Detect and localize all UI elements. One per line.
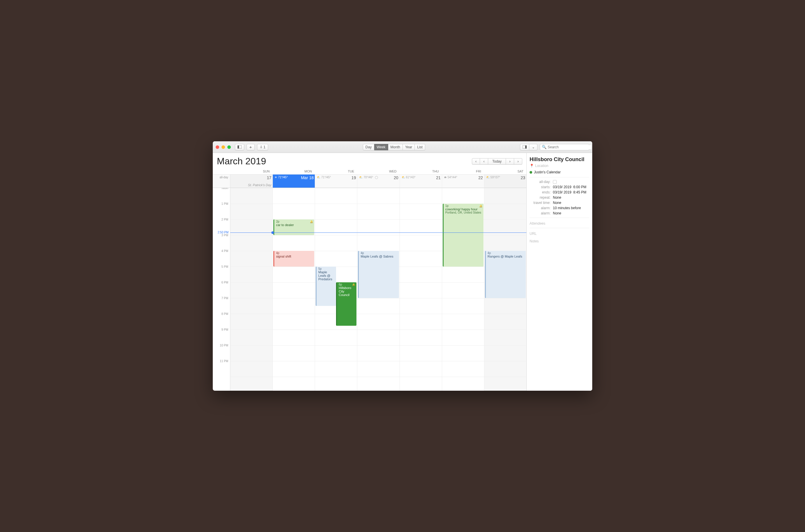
view-week[interactable]: Week — [374, 144, 388, 150]
search-field[interactable]: 🔍 — [540, 144, 589, 150]
view-year[interactable]: Year — [403, 144, 415, 150]
chevron-down-icon: ⌄ — [532, 145, 535, 149]
allday-cell[interactable]: ⛅ 59°/37°23 — [484, 174, 526, 188]
day-number: 23 — [521, 175, 525, 180]
weekday-header: MON — [273, 170, 315, 173]
inbox-count: 1 — [263, 145, 265, 149]
now-dot — [272, 231, 274, 234]
prev-day-button[interactable]: ‹ — [480, 158, 488, 165]
allday-cell[interactable]: ☀ 71°/45°Mar 18 — [273, 174, 315, 188]
close-window-button[interactable] — [216, 145, 219, 149]
day-column[interactable] — [399, 188, 442, 391]
day-column[interactable]: 4pRangers @ Maple Leafs — [484, 188, 526, 391]
weekday-header: THU — [399, 170, 442, 173]
inspector-dropdown-button[interactable]: ⌄ — [529, 144, 538, 150]
hour-label: 10 PM — [213, 343, 230, 359]
view-list[interactable]: List — [415, 144, 425, 150]
day-number: 19 — [352, 175, 356, 180]
row-ends[interactable]: ends: 03/19/ 2019 8:45 PM — [529, 190, 589, 194]
window-traffic-lights — [216, 145, 231, 149]
allday-cell[interactable]: ⛅ 71°/45°19 — [315, 174, 357, 188]
inspector-title[interactable]: Hillsboro City Council — [529, 156, 589, 163]
next-week-button[interactable]: › — [514, 158, 522, 165]
hour-label: 9 PM — [213, 328, 230, 343]
date-navigator: ‹ ‹ Today › › — [472, 158, 522, 165]
new-event-button[interactable]: + — [247, 144, 255, 150]
weather-icon: 🌧 54°/44° — [444, 176, 457, 179]
event[interactable]: 5pMaple Leafs @ Predators — [316, 267, 336, 306]
weekday-header: FRI — [442, 170, 484, 173]
allday-cell[interactable]: ⛅ 70°/46° ◯20 — [357, 174, 399, 188]
day-column[interactable]: 2pcar to dealer🔔4psignal shift — [273, 188, 315, 391]
event[interactable]: 4pRangers @ Maple Leafs — [485, 251, 526, 298]
week-grid[interactable]: noon1 PM2 PM3 PM4 PM5 PM6 PM7 PM8 PM9 PM… — [213, 188, 526, 391]
weekday-header: TUE — [315, 170, 357, 173]
weather-icon: ☀ 71°/45° — [275, 176, 288, 179]
allday-label: all-day — [213, 174, 230, 188]
allday-cell[interactable]: ⛅ 61°/43°21 — [399, 174, 442, 188]
row-travel-time[interactable]: travel time: None — [529, 201, 589, 205]
svg-rect-1 — [238, 145, 239, 149]
day-column[interactable]: 4pMaple Leafs @ Sabres — [357, 188, 399, 391]
event[interactable]: 1pcoworking/ happy hourPortland, OR, Uni… — [443, 204, 484, 267]
event-selected[interactable]: 6pHillsboro City Council🔔 — [336, 282, 356, 326]
attendees-field[interactable]: Attendees — [529, 222, 589, 226]
day-number: Mar 18 — [301, 175, 314, 180]
hour-label: 7 PM — [213, 296, 230, 312]
calendar-header: March 2019 ‹ ‹ Today › › — [213, 153, 526, 168]
weekday-header-row: SUNMONTUEWEDTHUFRISAT — [213, 168, 526, 174]
allday-cell[interactable]: 17St. Patrick's Day — [230, 174, 273, 188]
today-button[interactable]: Today — [488, 158, 506, 165]
prev-week-button[interactable]: ‹ — [472, 158, 480, 165]
row-starts[interactable]: starts: 03/19/ 2019 6:00 PM — [529, 185, 589, 189]
weekday-header: WED — [357, 170, 399, 173]
hour-label: noon — [213, 188, 230, 202]
event-inspector: Hillsboro City Council 📍 Location Justin… — [526, 153, 592, 391]
day-number: 17 — [267, 175, 272, 180]
row-alarm-2[interactable]: alarm: None — [529, 211, 589, 215]
hour-label: 8 PM — [213, 312, 230, 328]
day-number: 22 — [478, 175, 483, 180]
row-allday: all-day: — [529, 180, 589, 184]
allday-cell[interactable]: 🌧 54°/44°22 — [442, 174, 484, 188]
allday-row: all-day 17St. Patrick's Day☀ 71°/45°Mar … — [213, 174, 526, 188]
row-alarm-1[interactable]: alarm: 10 minutes before — [529, 206, 589, 210]
event[interactable]: 4pMaple Leafs @ Sabres — [358, 251, 399, 298]
day-column[interactable]: 1pcoworking/ happy hourPortland, OR, Uni… — [442, 188, 484, 391]
hour-label: 5 PM — [213, 265, 230, 281]
hour-gutter: noon1 PM2 PM3 PM4 PM5 PM6 PM7 PM8 PM9 PM… — [213, 188, 230, 391]
toggle-sidebar-button[interactable] — [235, 144, 244, 150]
day-number: 21 — [436, 175, 441, 180]
inspector-toggle-group: ⌄ — [520, 144, 538, 150]
bell-icon: 🔔 — [479, 205, 482, 207]
weather-icon: ⛅ 59°/37° — [486, 176, 500, 179]
inbox-button[interactable]: ⇩ 1 — [257, 144, 268, 150]
minimize-window-button[interactable] — [222, 145, 225, 149]
holiday-label: St. Patrick's Day — [248, 183, 272, 187]
url-field[interactable]: URL — [529, 232, 589, 236]
calendar-pane: March 2019 ‹ ‹ Today › › SUNMONTUEWEDTHU… — [213, 153, 526, 391]
day-column[interactable]: 5pMaple Leafs @ Predators6pHillsboro Cit… — [315, 188, 357, 391]
inspector-location[interactable]: 📍 Location — [529, 164, 589, 168]
hour-label: 4 PM — [213, 249, 230, 265]
notes-field[interactable]: Notes — [529, 239, 589, 243]
hour-label: 6 PM — [213, 281, 230, 296]
weekday-header: SAT — [484, 170, 526, 173]
view-switcher: DayWeekMonthYearList — [363, 144, 425, 150]
next-day-button[interactable]: › — [506, 158, 514, 165]
hour-label: 3 PM — [213, 233, 230, 249]
view-day[interactable]: Day — [363, 144, 374, 150]
day-number: 20 — [394, 175, 398, 180]
zoom-window-button[interactable] — [227, 145, 231, 149]
hour-label: 1 PM — [213, 202, 230, 217]
search-icon: 🔍 — [542, 145, 546, 149]
event[interactable]: 4psignal shift — [274, 251, 314, 267]
inspector-calendar[interactable]: Justin's Calendar — [529, 170, 589, 174]
inspector-toggle-button[interactable] — [520, 144, 529, 150]
search-input[interactable] — [548, 145, 592, 149]
view-month[interactable]: Month — [388, 144, 403, 150]
titlebar: + ⇩ 1 DayWeekMonthYearList ⌄ 🔍 — [213, 141, 592, 153]
allday-checkbox[interactable] — [553, 180, 557, 184]
row-repeat[interactable]: repeat: None — [529, 195, 589, 200]
day-column[interactable] — [230, 188, 273, 391]
